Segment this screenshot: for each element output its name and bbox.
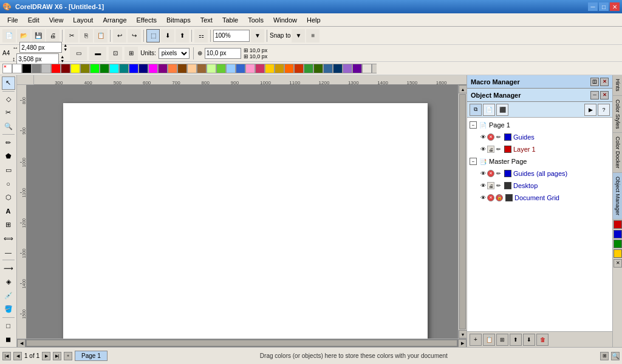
page-start-btn[interactable]: |◀ — [2, 352, 11, 360]
paste-btn[interactable]: 📋 — [94, 29, 108, 42]
menu-effects[interactable]: Effects — [132, 15, 162, 25]
palette-color-9[interactable] — [100, 64, 109, 73]
page-next-btn[interactable]: ▶ — [42, 352, 50, 360]
palette-color-23[interactable] — [236, 64, 245, 73]
open-btn[interactable]: 📂 — [17, 29, 30, 42]
tree-master-page[interactable]: − 📑 Master Page — [468, 155, 611, 167]
move-down-btn[interactable]: ⬇ — [523, 334, 535, 346]
table-tool-btn[interactable]: ⊞ — [2, 218, 15, 232]
obj-close-btn[interactable]: ✕ — [600, 91, 609, 99]
maximize-btn[interactable]: □ — [599, 2, 609, 11]
tree-layer1[interactable]: 👁 🖨 ✏ Layer 1 — [468, 143, 611, 155]
palette-color-18[interactable] — [187, 64, 197, 73]
text-tool-btn[interactable]: A — [2, 204, 15, 218]
side-color-1[interactable] — [613, 220, 622, 229]
desktop-vis-icon[interactable]: 👁 — [479, 182, 487, 189]
palette-color-31[interactable] — [313, 64, 323, 73]
units-select[interactable]: pixels mm inches cm — [159, 48, 190, 59]
rectangle-tool-btn[interactable]: ▭ — [2, 163, 15, 177]
layer1-edit-icon[interactable]: ✏ — [495, 146, 502, 153]
save-btn[interactable]: 💾 — [32, 29, 45, 42]
tree-doc-grid[interactable]: 👁 ✕ 🔒 Document Grid — [468, 192, 611, 204]
cut-btn[interactable]: ✂ — [65, 29, 78, 42]
palette-color-26[interactable] — [265, 64, 275, 73]
landscape-btn[interactable]: ▬ — [89, 47, 106, 60]
palette-color-12[interactable] — [129, 64, 138, 73]
ellipse-tool-btn[interactable]: ○ — [2, 177, 15, 190]
minimize-btn[interactable]: ─ — [588, 2, 598, 11]
blend-tool-btn[interactable]: ⟿ — [2, 261, 15, 275]
smart-fill-btn[interactable]: ⬟ — [2, 150, 15, 163]
master-expand-btn[interactable]: − — [470, 158, 477, 165]
vscroll-up-btn[interactable]: ▲ — [459, 85, 466, 93]
palette-color-24[interactable] — [245, 64, 255, 73]
menu-window[interactable]: Window — [268, 15, 302, 25]
page-tab[interactable]: Page 1 — [75, 351, 108, 361]
height-input[interactable]: 3,508 px — [16, 53, 59, 64]
page-prev-btn[interactable]: ◀ — [13, 352, 22, 360]
palette-color-3[interactable] — [41, 64, 51, 73]
page-end-btn[interactable]: ▶| — [53, 352, 61, 360]
palette-color-27[interactable] — [275, 64, 284, 73]
palette-color-13[interactable] — [138, 64, 148, 73]
connector-tool-btn[interactable]: — — [2, 246, 15, 259]
snap-dropdown-btn[interactable]: ▼ — [292, 29, 305, 42]
palette-color-5[interactable] — [61, 64, 70, 73]
om-object-btn[interactable]: ⬛ — [496, 104, 508, 116]
tree-desktop[interactable]: 👁 🖨 ✏ Desktop — [468, 180, 611, 192]
interactive-fill-btn[interactable]: 🪣 — [2, 303, 15, 316]
crop-tool-btn[interactable]: ✂ — [2, 106, 15, 120]
close-btn[interactable]: ✕ — [610, 2, 620, 11]
tree-guides[interactable]: 👁 ✕ ✏ Guides — [468, 131, 611, 143]
menu-view[interactable]: View — [44, 15, 69, 25]
hscroll-right-btn[interactable]: ▶ — [458, 339, 466, 347]
palette-color-22[interactable] — [226, 64, 236, 73]
menu-table[interactable]: Table — [217, 15, 243, 25]
side-tab-hints[interactable]: Hints — [613, 75, 622, 96]
palette-color-7[interactable] — [80, 64, 90, 73]
macro-close-btn[interactable]: ✕ — [600, 78, 609, 86]
undo-btn[interactable]: ↩ — [113, 29, 126, 42]
palette-color-0[interactable] — [12, 64, 22, 73]
desktop-edit-icon[interactable]: ✏ — [495, 182, 502, 189]
menu-edit[interactable]: Edit — [23, 15, 44, 25]
vscroll-thumb[interactable] — [459, 94, 466, 329]
page1-expand-btn[interactable]: − — [470, 121, 477, 129]
print-btn[interactable]: 🖨 — [46, 29, 60, 42]
guides-all-vis-icon[interactable]: 👁 — [479, 170, 487, 177]
tree-guides-all[interactable]: 👁 ✕ ✏ Guides (all pages) — [468, 167, 611, 180]
palette-color-1[interactable] — [22, 64, 32, 73]
side-color-3[interactable] — [613, 240, 622, 248]
palette-color-8[interactable] — [90, 64, 100, 73]
page-setup-btn[interactable]: ⊡ — [109, 47, 122, 60]
outline-btn[interactable]: □ — [2, 319, 15, 332]
width-up-btn[interactable]: ▲ — [63, 43, 67, 47]
add-page-btn[interactable]: + — [64, 352, 72, 360]
om-layers-btn[interactable]: ⧉ — [470, 104, 482, 116]
no-fill-swatch[interactable]: × — [2, 64, 12, 73]
zoom-tool-btn[interactable]: 🔍 — [2, 120, 15, 133]
menu-arrange[interactable]: Arrange — [98, 15, 131, 25]
palette-color-34[interactable] — [343, 64, 352, 73]
width-input[interactable]: 2,480 px — [19, 42, 62, 53]
vertical-scrollbar[interactable]: ▲ ▼ — [458, 85, 466, 339]
portrait-btn[interactable]: ▭ — [70, 47, 87, 60]
palette-color-16[interactable] — [168, 64, 177, 73]
zoom-fit-btn[interactable]: ⊞ — [600, 352, 609, 360]
palette-color-14[interactable] — [148, 64, 158, 73]
redo-btn[interactable]: ↪ — [128, 29, 141, 42]
canvas-scroll[interactable] — [27, 85, 458, 339]
fill-tool-btn[interactable]: ◈ — [2, 275, 15, 289]
menu-file[interactable]: File — [2, 15, 23, 25]
width-down-btn[interactable]: ▼ — [63, 47, 67, 52]
guides-all-edit-icon[interactable]: ✏ — [495, 170, 502, 177]
palette-color-32[interactable] — [323, 64, 333, 73]
palette-color-6[interactable] — [70, 64, 80, 73]
palette-color-29[interactable] — [294, 64, 304, 73]
eyedropper-btn[interactable]: 💉 — [2, 289, 15, 303]
add-layer-btn[interactable]: + — [470, 334, 482, 346]
om-arrow-btn[interactable]: ▶ — [584, 104, 596, 116]
app-launcher-btn[interactable]: ⚏ — [194, 29, 208, 42]
window-controls[interactable]: ─ □ ✕ — [588, 2, 620, 11]
side-tab-color-docker[interactable]: Color Docker — [613, 133, 622, 173]
